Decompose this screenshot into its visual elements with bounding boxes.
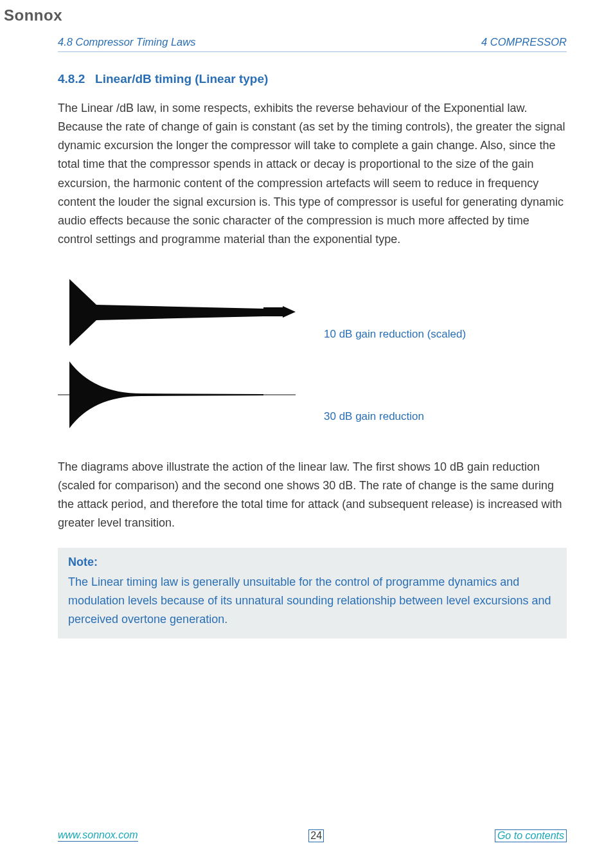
figures: 10 dB gain reduction (scaled) 30 dB gain… [58,279,567,444]
page: Sonnox 4.8 Compressor Timing Laws 4 COMP… [0,0,613,868]
figure-2-caption: 30 dB gain reduction [324,410,424,423]
paragraph-1: The Linear /dB law, in some respects, ex… [58,99,567,249]
section-number: 4.8.2 [58,72,85,86]
svg-marker-1 [283,306,296,318]
note-box: Note: The Linear timing law is generally… [58,548,567,638]
figure-1-caption: 10 dB gain reduction (scaled) [324,328,466,341]
footer-left-link[interactable]: www.sonnox.com [58,829,138,842]
figure-1-graphic [58,279,296,346]
section-heading: 4.8.2 Linear/dB timing (Linear type) [58,72,268,86]
figure-row-1: 10 dB gain reduction (scaled) [58,279,567,346]
footer-right-text: Go to contents [495,829,567,842]
footer: www.sonnox.com 24 Go to contents [58,829,567,842]
running-header: 4.8 Compressor Timing Laws 4 COMPRESSOR [58,36,567,48]
page-number: 24 [308,829,324,842]
footer-right-link[interactable]: Go to contents [495,829,567,842]
note-title: Note: [68,556,556,569]
note-text: The Linear timing law is generally unsui… [68,573,556,628]
svg-rect-0 [263,307,283,316]
figure-row-2: 30 dB gain reduction [58,361,567,428]
page-number-value: 24 [308,829,324,842]
header-rule [58,51,567,52]
footer-left-text: www.sonnox.com [58,829,138,842]
header-right: 4 COMPRESSOR [481,36,567,48]
section-title: Linear/dB timing (Linear type) [95,72,268,86]
header-left: 4.8 Compressor Timing Laws [58,36,195,48]
figure-2-graphic [58,361,296,428]
brand-logo: Sonnox [4,6,62,24]
paragraph-2: The diagrams above illustrate the action… [58,458,567,533]
